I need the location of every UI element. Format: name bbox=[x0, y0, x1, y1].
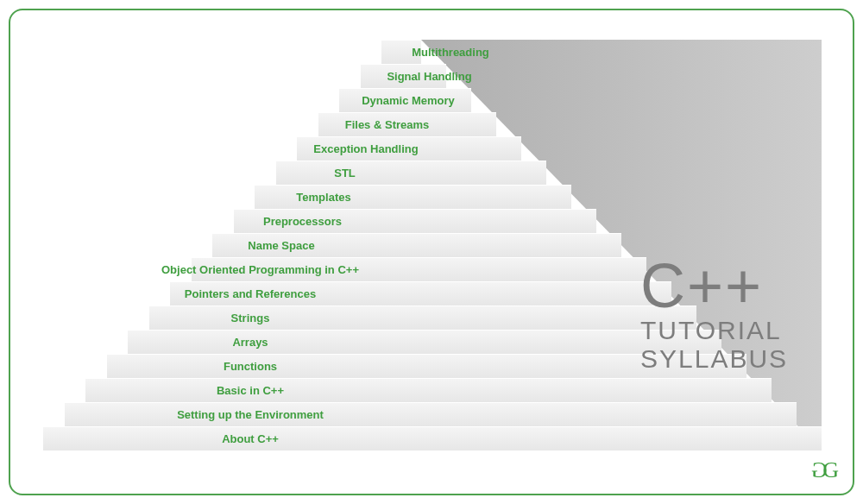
syllabus-step-label: About C++ bbox=[222, 432, 279, 445]
syllabus-step-label: Strings bbox=[231, 312, 270, 324]
syllabus-step: Object Oriented Programming in C++ bbox=[192, 257, 647, 281]
syllabus-step-label: Multithreading bbox=[412, 46, 489, 59]
title-line2: SYLLABUS bbox=[640, 347, 788, 372]
syllabus-step: Strings bbox=[149, 306, 697, 330]
title-main: C++ bbox=[640, 256, 788, 315]
syllabus-step-label: Setting up the Environment bbox=[177, 408, 324, 421]
syllabus-step-label: STL bbox=[334, 167, 356, 180]
syllabus-step: Templates bbox=[255, 185, 571, 209]
syllabus-step: Preprocessors bbox=[234, 209, 597, 233]
syllabus-step-label: Dynamic Memory bbox=[362, 94, 455, 107]
syllabus-step-label: Basic in C++ bbox=[217, 384, 284, 397]
syllabus-step: About C++ bbox=[43, 426, 822, 450]
syllabus-step: STL bbox=[276, 161, 547, 185]
title-block: C++ TUTORIAL SYLLABUS bbox=[640, 256, 788, 371]
syllabus-step-label: Object Oriented Programming in C++ bbox=[161, 263, 359, 276]
syllabus-step: Basic in C++ bbox=[85, 378, 772, 402]
syllabus-step: Signal Handling bbox=[361, 64, 447, 88]
syllabus-step-label: Exception Handling bbox=[313, 142, 418, 155]
syllabus-step-label: Pointers and References bbox=[185, 287, 316, 300]
syllabus-step-label: Name Space bbox=[248, 239, 314, 252]
syllabus-step-label: Files & Streams bbox=[345, 118, 430, 131]
syllabus-step-label: Templates bbox=[296, 191, 350, 204]
syllabus-step-label: Arrays bbox=[232, 336, 268, 349]
syllabus-step: Dynamic Memory bbox=[339, 88, 471, 112]
gfg-logo: GG bbox=[813, 457, 837, 483]
syllabus-step-label: Functions bbox=[224, 360, 277, 373]
title-line1: TUTORIAL bbox=[640, 318, 788, 343]
syllabus-step-label: Signal Handling bbox=[387, 70, 471, 83]
syllabus-step: Name Space bbox=[212, 233, 621, 257]
syllabus-step: Multithreading bbox=[381, 40, 421, 64]
syllabus-step: Arrays bbox=[128, 330, 721, 354]
syllabus-step: Files & Streams bbox=[318, 112, 497, 136]
syllabus-step: Exception Handling bbox=[297, 136, 521, 161]
diagram-frame: About C++Setting up the EnvironmentBasic… bbox=[9, 9, 854, 495]
syllabus-step-label: Preprocessors bbox=[263, 215, 342, 228]
syllabus-step: Setting up the Environment bbox=[65, 402, 797, 426]
syllabus-step: Pointers and References bbox=[170, 281, 671, 306]
